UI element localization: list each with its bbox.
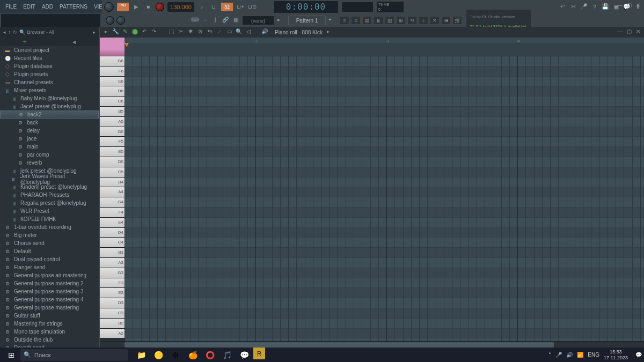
pr-minimize-icon[interactable]: — xyxy=(616,28,624,36)
piano-key[interactable]: B3 xyxy=(100,248,125,258)
pattern-selector[interactable]: Pattern 1 xyxy=(288,16,326,25)
discord-icon[interactable]: 💬 xyxy=(236,348,252,362)
pr-undo2-icon[interactable]: ↶ xyxy=(141,28,148,36)
channel-next-icon[interactable]: ▸ xyxy=(274,17,283,24)
master-knob[interactable] xyxy=(116,16,125,25)
tree-item[interactable]: ⚙back xyxy=(0,119,99,127)
itunes-icon[interactable]: 🎵 xyxy=(219,348,235,362)
main-volume-knob[interactable] xyxy=(104,2,114,12)
tree-item[interactable]: ⚙par comp xyxy=(0,151,99,159)
step-edit-icon[interactable]: → xyxy=(201,17,209,24)
add-tab-icon[interactable]: + xyxy=(23,38,27,46)
tempo-display[interactable]: 130.000 xyxy=(167,2,194,12)
taskbar-search[interactable]: 🔍 Поиск xyxy=(20,349,128,361)
tree-item[interactable]: ⚙back2 xyxy=(0,110,99,119)
collapse-icon[interactable]: ◂ xyxy=(72,38,76,46)
time-display[interactable]: 0:00:00 xyxy=(274,1,338,13)
pr-close-icon[interactable]: ✕ xyxy=(634,28,642,36)
piano-roll-title[interactable]: Piano roll - 808 Kick xyxy=(275,29,323,35)
tree-item[interactable]: ⫼Kinderlil preset @lonelyplug xyxy=(0,183,99,191)
yandex-icon[interactable]: 🟡 xyxy=(150,348,166,362)
tray-lang[interactable]: ENG xyxy=(588,352,599,358)
pr-maximize-icon[interactable]: ▢ xyxy=(625,28,633,36)
piano-roll-icon[interactable]: ♫ xyxy=(351,16,361,25)
piano-key[interactable]: E3 xyxy=(100,288,125,298)
menu-file[interactable]: FILE xyxy=(2,3,20,11)
tree-item[interactable]: ⚙reverb xyxy=(0,159,99,167)
playlist-icon[interactable]: ≡ xyxy=(340,16,349,25)
pr-ruler-corner[interactable] xyxy=(100,38,125,56)
record-button[interactable] xyxy=(156,3,164,11)
pr-cut2-icon[interactable]: ✂ xyxy=(177,28,185,36)
tray-mic-icon[interactable]: 🎤 xyxy=(555,352,562,358)
pr-selectrect-icon[interactable]: ▭ xyxy=(225,28,233,36)
countdown-icon[interactable]: ⊔+ xyxy=(236,3,245,11)
back-icon[interactable]: ◂ xyxy=(3,29,6,35)
piano-key[interactable]: C4 xyxy=(100,238,125,248)
piano-key[interactable]: B2 xyxy=(100,319,125,329)
save-icon[interactable]: 💾 xyxy=(601,3,610,11)
pat-song-switch[interactable]: PAT xyxy=(117,3,129,11)
tree-item[interactable]: ⚙General purpose mastering 3 xyxy=(0,287,99,295)
tree-item[interactable]: ▬Current project xyxy=(0,46,99,54)
playhead-marker[interactable] xyxy=(125,43,129,47)
flstudio-icon[interactable]: 🍊 xyxy=(185,348,201,362)
piano-roll-ruler[interactable]: 234 xyxy=(100,38,644,56)
tree-item[interactable]: ⚙1-bar overdub recording xyxy=(0,223,99,231)
mic-icon[interactable]: 🎤 xyxy=(580,3,588,11)
touch-kb-icon[interactable]: ♪ xyxy=(419,16,428,25)
piano-key[interactable]: G3 xyxy=(100,268,125,278)
midi-icon[interactable]: ▦ xyxy=(231,17,240,24)
tree-item[interactable]: ⫼WLR Preset xyxy=(0,207,99,215)
loop-rec-icon[interactable]: ⊔⊙ xyxy=(248,3,257,11)
metronome-icon[interactable]: ♪ xyxy=(197,3,206,11)
pr-draw-icon[interactable]: ✎ xyxy=(121,28,129,36)
menu-add[interactable]: ADD xyxy=(39,3,56,11)
tray-chevron-icon[interactable]: ˄ xyxy=(548,352,551,358)
app5-icon[interactable]: ⭕ xyxy=(202,348,218,362)
explorer-icon[interactable]: 📁 xyxy=(133,348,149,362)
piano-key[interactable]: D3 xyxy=(100,298,125,308)
tree-item[interactable]: ⫼Regalia preset @lonelyplug xyxy=(0,199,99,207)
minimize-icon[interactable]: — xyxy=(616,2,624,9)
mixer-icon[interactable]: ⫼ xyxy=(374,16,383,25)
start-button[interactable]: ⊞ xyxy=(2,348,20,362)
browser-header[interactable]: ◂ ↑ ↻ 🔍 Browser - All ▸ xyxy=(0,27,99,38)
piano-key[interactable]: F6 xyxy=(100,67,125,77)
tree-item[interactable]: ⫼Mixer presets xyxy=(0,86,99,94)
pitch-knob[interactable] xyxy=(106,16,114,25)
pr-select-icon[interactable]: ⬚ xyxy=(167,28,175,36)
channel-rack-icon[interactable]: ▤ xyxy=(362,16,372,25)
pr-brush-icon[interactable]: ✱ xyxy=(187,28,194,36)
reread-icon[interactable]: ↻ xyxy=(13,29,17,35)
menu-edit[interactable]: EDIT xyxy=(20,3,39,11)
piano-key[interactable]: D6 xyxy=(100,86,125,97)
channel-selector[interactable]: (none) xyxy=(242,16,274,25)
steam-icon[interactable]: ⚙ xyxy=(167,348,184,362)
tree-item[interactable]: ⚙Flanger send xyxy=(0,263,99,271)
piano-key[interactable]: C6 xyxy=(100,97,125,107)
tree-item[interactable]: ▭Channel presets xyxy=(0,78,99,86)
tree-item[interactable]: ⚙Chorus send xyxy=(0,239,99,247)
tree-item[interactable]: ⚙delay xyxy=(0,127,99,135)
pr-slip-icon[interactable]: ⇆ xyxy=(206,28,214,36)
piano-key[interactable]: D4 xyxy=(100,228,125,238)
tree-item[interactable]: ⚙Reverb send xyxy=(0,344,99,348)
piano-key[interactable]: E4 xyxy=(100,218,125,228)
pr-speaker-icon[interactable]: 🔊 xyxy=(261,28,268,36)
tray-clock[interactable]: 15:5317.11.2023 xyxy=(604,349,631,361)
piano-key[interactable]: D5 xyxy=(100,157,125,167)
piano-key[interactable]: G6 xyxy=(100,56,125,67)
blend-icon[interactable]: ∫ xyxy=(211,17,219,24)
piano-key[interactable]: B5 xyxy=(100,107,125,117)
piano-keys[interactable]: G6F6E6D6C6B5A5G5F5E5D5C5B4A4G4F4E4D4C4B3… xyxy=(100,56,125,341)
piano-key[interactable]: C3 xyxy=(100,308,125,319)
tree-item[interactable]: ⚙General purpose mastering 2 xyxy=(0,279,99,287)
browser-icon[interactable]: ▥ xyxy=(385,16,394,25)
piano-key[interactable]: A4 xyxy=(100,187,125,197)
tree-item[interactable]: ⫼Jace! preset @lonelyplug xyxy=(0,102,99,110)
piano-key[interactable]: A5 xyxy=(100,117,125,127)
app8-icon[interactable]: R xyxy=(253,348,265,359)
piano-key[interactable]: A3 xyxy=(100,258,125,268)
pr-target-next-icon[interactable]: ▸ xyxy=(325,28,332,36)
